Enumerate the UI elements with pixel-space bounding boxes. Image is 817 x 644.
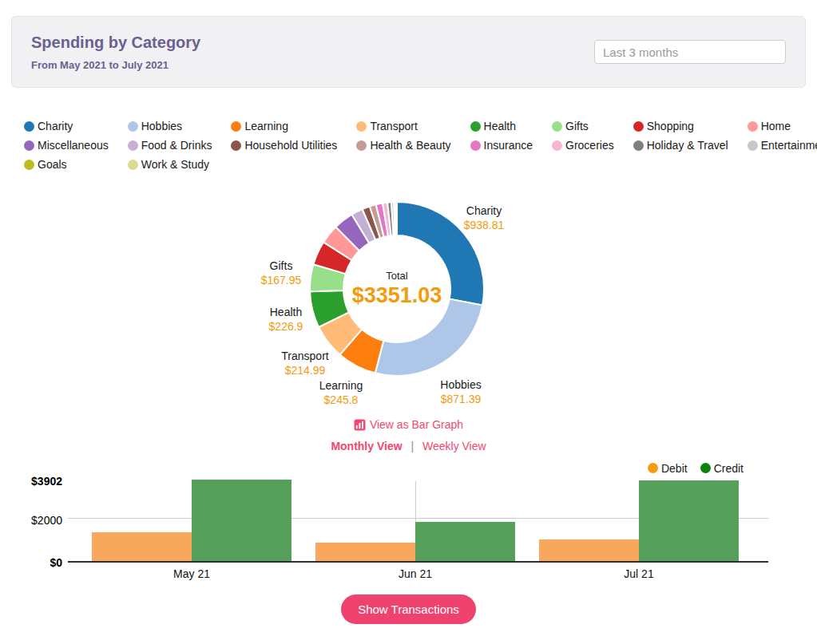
y-axis-tick-2000: $2000 [5,514,62,527]
credit-color-dot [700,463,711,473]
debit-color-dot [648,463,658,473]
legend-color-dot [633,121,644,132]
view-toggle: Monthly View | Weekly View [0,440,817,452]
view-as-bar-graph-label: View as Bar Graph [370,418,463,431]
slice-label-amount: $245.8 [319,393,363,407]
legend-label: Health [484,120,516,132]
header-card: Spending by Category From May 2021 to Ju… [11,16,806,88]
legend-label: Charity [38,120,73,132]
y-axis-tick-0: $0 [5,556,62,569]
donut-slice-hobbies[interactable] [375,299,482,376]
legend-label: Transport [370,120,417,132]
legend-item-charity[interactable]: Charity [24,120,109,132]
legend-color-dot [24,160,34,170]
y-axis-tick-3902: $3902 [5,475,62,488]
donut-slice-work-study[interactable] [395,202,397,235]
legend-color-dot [633,140,644,151]
chart-links: View as Bar Graph Monthly View | Weekly … [0,418,817,452]
x-axis-label-jul-21: Jul 21 [624,567,653,580]
legend-label: Entertainment [761,139,817,152]
slice-label-name: Learning [319,378,363,393]
debit-legend-label: Debit [661,462,688,475]
slice-label-amount: $167.95 [261,273,302,287]
legend-item-home[interactable]: Home [748,120,817,132]
legend-item-miscellaneous[interactable]: Miscellaneous [24,139,109,152]
page-title: Spending by Category [31,34,200,52]
total-value: $3351.03 [352,283,442,308]
legend-color-dot [552,140,562,151]
show-transactions-button[interactable]: Show Transactions [341,595,476,624]
legend-item-entertainment[interactable]: Entertainment [748,139,817,152]
legend-item-work-study[interactable]: Work & Study [128,158,212,171]
legend-item-health[interactable]: Health [470,120,533,132]
bar-credit-jul-21[interactable] [639,480,739,560]
view-toggle-separator: | [410,440,414,452]
legend-item-debit: Debit [648,462,688,475]
legend-color-dot [552,121,562,132]
legend-item-goals[interactable]: Goals [24,158,109,171]
legend-item-learning[interactable]: Learning [231,120,337,132]
legend-label: Groceries [565,139,614,152]
slice-label-name: Health [269,305,303,319]
weekly-view-link[interactable]: Weekly View [422,440,486,452]
slice-label-health: Health$226.9 [269,305,303,334]
slice-label-transport: Transport$214.99 [281,349,328,377]
donut-center-total: Total $3351.03 [352,270,442,308]
bar-chart-section: Debit Credit $0$2000$3902May 21Jun 21Jul… [0,460,817,582]
legend-item-household-utilities[interactable]: Household Utilities [231,139,337,152]
legend-label: Insurance [484,139,533,152]
slice-label-amount: $226.9 [269,319,303,334]
legend-item-food-drinks[interactable]: Food & Drinks [128,139,212,152]
legend-color-dot [231,121,241,132]
date-range-subtitle: From May 2021 to July 2021 [31,59,200,71]
legend-label: Health & Beauty [370,139,450,152]
legend-item-insurance[interactable]: Insurance [470,139,533,152]
bar-chart-legend: Debit Credit [648,462,744,475]
legend-item-transport[interactable]: Transport [356,120,450,132]
bar-chart-plot [68,481,768,563]
legend-label: Learning [244,120,288,132]
legend-color-dot [128,121,138,132]
date-range-input[interactable] [594,40,786,64]
legend-label: Food & Drinks [141,139,212,152]
legend-label: Work & Study [141,158,209,171]
legend-item-hobbies[interactable]: Hobbies [128,120,212,132]
legend-color-dot [24,140,34,151]
header-text-block: Spending by Category From May 2021 to Ju… [31,34,200,71]
legend-color-dot [356,121,367,132]
slice-label-amount: $938.81 [464,218,505,232]
monthly-view-link[interactable]: Monthly View [331,440,402,452]
legend-item-groceries[interactable]: Groceries [552,139,614,152]
legend-label: Holiday & Travel [647,139,728,152]
credit-legend-label: Credit [714,462,744,475]
x-axis-label-may-21: May 21 [173,567,210,580]
total-label: Total [352,270,442,282]
bar-credit-jun-21[interactable] [415,522,515,561]
legend-color-dot [470,121,481,132]
bar-credit-may-21[interactable] [192,480,292,561]
legend-item-holiday-travel[interactable]: Holiday & Travel [633,139,728,152]
legend-item-health-beauty[interactable]: Health & Beauty [356,139,450,152]
legend-color-dot [748,140,758,151]
legend-color-dot [356,140,367,151]
slice-label-charity: Charity$938.81 [464,203,505,232]
legend-label: Hobbies [141,120,182,132]
legend-color-dot [24,121,34,132]
bar-debit-jul-21[interactable] [539,539,639,560]
bar-debit-jun-21[interactable] [315,543,415,561]
legend-item-gifts[interactable]: Gifts [552,120,614,132]
legend-color-dot [128,140,138,151]
legend-label: Shopping [647,120,694,132]
slice-label-name: Hobbies [440,377,481,392]
legend-label: Gifts [565,120,589,132]
legend-color-dot [128,160,138,170]
category-legend: CharityHobbiesLearningTransportHealthGif… [24,120,817,171]
legend-item-shopping[interactable]: Shopping [633,120,728,132]
view-as-bar-graph-link[interactable]: View as Bar Graph [354,418,463,431]
legend-color-dot [470,140,481,151]
bar-graph-icon [354,419,366,431]
footer: Show Transactions [0,595,817,624]
slice-label-gifts: Gifts$167.95 [261,259,302,287]
legend-label: Household Utilities [244,139,337,152]
bar-debit-may-21[interactable] [92,532,192,561]
